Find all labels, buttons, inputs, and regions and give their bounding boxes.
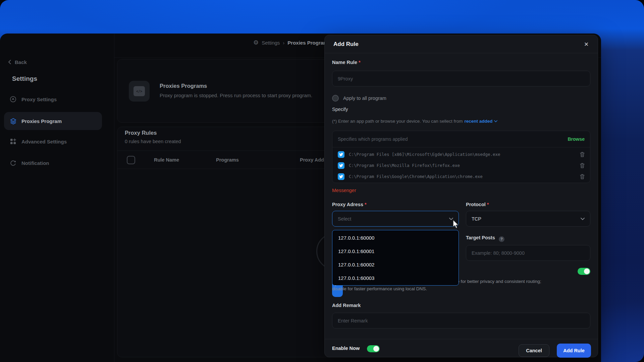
- recent-added-link[interactable]: recent added: [464, 119, 497, 124]
- app-bird-icon: [338, 151, 344, 158]
- sidebar-item-label: Proxy Settings: [21, 97, 57, 102]
- chevron-down-icon: [581, 218, 585, 220]
- code-icon: </>: [129, 81, 150, 102]
- add-rule-modal: Add Rule ✕ Name Rule * Apply to all prog…: [324, 35, 598, 357]
- target-posts-label: Target Posts ?: [466, 235, 504, 242]
- select-all-checkbox[interactable]: [127, 156, 135, 164]
- back-button[interactable]: Back: [7, 58, 27, 66]
- close-icon[interactable]: ✕: [582, 40, 590, 48]
- gear-icon: ⚙: [253, 39, 259, 46]
- radio-unselected-icon[interactable]: [332, 95, 339, 102]
- dropdown-option[interactable]: 127.0.0.1:60002: [332, 258, 459, 271]
- enable-now-label: Enable Now: [332, 346, 360, 351]
- sidebar-item-label: Advanced Settings: [21, 139, 67, 144]
- protocol-value: TCP: [472, 216, 481, 222]
- modal-footer: Enable Now Cancel Add Rule: [325, 339, 598, 358]
- remark-label: Add Remark: [332, 303, 361, 308]
- specify-label: Specify: [332, 107, 348, 112]
- required-asterisk: *: [359, 60, 361, 65]
- sidebar-item-proxies-program[interactable]: Proxies Program: [4, 112, 102, 130]
- required-asterisk: *: [487, 202, 489, 207]
- dns-toggle[interactable]: [578, 268, 590, 275]
- back-label: Back: [15, 59, 27, 65]
- column-rule-name: Rule Name: [154, 157, 179, 163]
- rules-title: Proxy Rules: [125, 130, 157, 136]
- layers-icon: [9, 117, 17, 125]
- breadcrumb-current: Proxies Program: [287, 40, 328, 46]
- notification-icon: [9, 159, 17, 167]
- enable-now-toggle[interactable]: [367, 345, 380, 352]
- error-message: Messenger: [332, 188, 356, 193]
- breadcrumb-settings[interactable]: Settings: [262, 40, 280, 46]
- target-posts-label-text: Target Posts: [466, 235, 495, 240]
- proxy-address-dropdown: 127.0.0.1:60000 127.0.0.1:60001 127.0.0.…: [332, 230, 459, 286]
- protocol-label-text: Protocol: [466, 202, 486, 207]
- program-path: C:\Program Files\Google\Chrome\Applicati…: [349, 174, 576, 179]
- programs-box: Browse C:\Program Files [x86]\Microsoft\…: [332, 131, 590, 183]
- dropdown-option[interactable]: 127.0.0.1:60001: [332, 244, 459, 258]
- specify-option[interactable]: Specify: [332, 106, 348, 113]
- required-asterisk: *: [365, 202, 367, 207]
- program-path-row: C:\Program Files [x86]\Microsoft\Egde\Ap…: [332, 149, 590, 160]
- recent-added-label: recent added: [464, 119, 492, 124]
- program-path-row: C:\Program Files\Mozilla Firefox\firefox…: [332, 160, 590, 171]
- trash-icon[interactable]: [580, 152, 585, 157]
- add-rule-button[interactable]: Add Rule: [557, 344, 591, 358]
- breadcrumb: ⚙ Settings › Proxies Program: [253, 38, 328, 48]
- trash-icon[interactable]: [580, 163, 585, 168]
- modal-title: Add Rule: [333, 41, 359, 48]
- sidebar-title: Settings: [12, 75, 37, 82]
- mouse-cursor: [452, 220, 460, 230]
- cancel-button[interactable]: Cancel: [519, 344, 549, 357]
- programs-search-row: Browse: [332, 131, 590, 147]
- name-rule-label: Name Rule *: [332, 60, 361, 65]
- apply-all-label: Apply to all program: [343, 96, 386, 101]
- target-posts-input[interactable]: [466, 245, 590, 261]
- browse-button[interactable]: Browse: [568, 136, 585, 142]
- rules-count: 0 rules have been created: [125, 139, 181, 144]
- proxy-address-label-text: Proxy Adress: [332, 202, 363, 207]
- modal-header: Add Rule ✕: [325, 35, 598, 53]
- proxy-address-label: Proxy Adress *: [332, 202, 367, 207]
- dropdown-option[interactable]: 127.0.0.1:60003: [332, 271, 459, 285]
- sidebar-item-advanced-settings[interactable]: Advanced Settings: [4, 134, 102, 149]
- protocol-label: Protocol *: [466, 202, 489, 207]
- protocol-select[interactable]: TCP: [466, 211, 590, 227]
- chevron-down-icon: [494, 120, 497, 122]
- grid-plus-icon: [9, 138, 17, 145]
- breadcrumb-separator: ›: [283, 40, 284, 46]
- help-icon[interactable]: ?: [499, 236, 504, 242]
- hint-text: (*) Enter an app path or browse your dev…: [332, 119, 463, 124]
- proxy-address-value: Select: [338, 216, 351, 222]
- remark-input[interactable]: [332, 313, 590, 328]
- program-path: C:\Program Files\Mozilla Firefox\firefox…: [349, 163, 576, 168]
- programs-path-input[interactable]: [338, 136, 568, 142]
- dropdown-option[interactable]: 127.0.0.1:60000: [332, 231, 459, 244]
- proxy-settings-icon: [9, 96, 17, 103]
- app-bird-icon: [338, 173, 344, 180]
- sidebar-item-label: Proxies Program: [21, 118, 62, 124]
- sidebar-divider: [114, 34, 114, 362]
- name-rule-label-text: Name Rule: [332, 60, 357, 65]
- program-card-title: Proxies Programs: [160, 83, 207, 89]
- sidebar-item-notification[interactable]: Notification: [4, 156, 102, 170]
- column-programs: Programs: [216, 157, 239, 163]
- app-path-hint: (*) Enter an app path or browse your dev…: [332, 119, 497, 124]
- app-bird-icon: [338, 162, 344, 169]
- name-rule-input[interactable]: [332, 71, 590, 86]
- proxy-address-select[interactable]: Select: [332, 211, 459, 227]
- sidebar-item-label: Notification: [21, 160, 49, 166]
- chevron-left-icon: [7, 58, 11, 66]
- dns-note-line2: disable for faster performance using loc…: [332, 285, 590, 293]
- trash-icon[interactable]: [580, 174, 585, 179]
- apply-all-option[interactable]: Apply to all program: [332, 95, 386, 102]
- program-path: C:\Program Files [x86]\Microsoft\Egde\Ap…: [349, 152, 576, 157]
- program-path-row: C:\Program Files\Google\Chrome\Applicati…: [332, 171, 590, 182]
- screen: Back Settings Proxy Settings Proxies Pro…: [0, 0, 644, 362]
- sidebar-item-proxy-settings[interactable]: Proxy Settings: [4, 92, 102, 107]
